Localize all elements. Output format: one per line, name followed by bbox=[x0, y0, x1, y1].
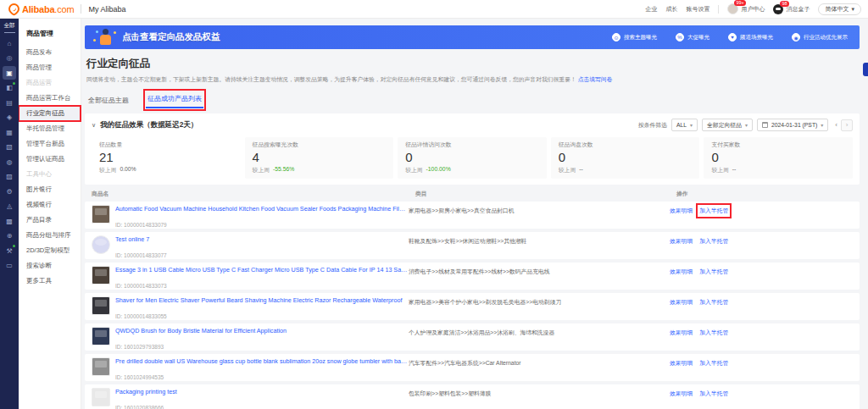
effect-detail-link[interactable]: 效果明细 bbox=[670, 268, 693, 276]
sidebar-item[interactable]: 商品运营 bbox=[19, 75, 81, 91]
topnav-item[interactable]: 账号设置 bbox=[686, 5, 709, 14]
feedback-floating-widget[interactable] bbox=[863, 63, 868, 76]
language-selector[interactable]: 简体中文 ▾ bbox=[818, 3, 861, 15]
banner-benefit-link[interactable]: ♥ 频道场景曝光 bbox=[728, 33, 773, 41]
change-value: -- bbox=[579, 166, 583, 174]
change-value: -- bbox=[732, 166, 737, 174]
rail-icon[interactable]: ▧ bbox=[3, 141, 16, 154]
rail-icon[interactable]: ▭ bbox=[3, 259, 16, 273]
stats-row: 征品数量 21 较上周 0.00% 征品搜索曝光次数 4 较上周 -55.56% bbox=[92, 137, 853, 179]
survey-link[interactable]: 点击填写问卷 bbox=[578, 76, 613, 82]
rail-icon[interactable]: ▨ bbox=[3, 170, 16, 184]
product-thumbnail[interactable] bbox=[92, 327, 110, 345]
product-id: ID: 10000014833055 bbox=[115, 313, 167, 319]
sidebar-item[interactable]: 商品管理 bbox=[19, 25, 81, 41]
sidebar-item[interactable]: 商品分组与排序 bbox=[19, 228, 81, 243]
product-thumbnail[interactable] bbox=[92, 388, 110, 406]
rail-icon[interactable]: ◎ bbox=[3, 52, 16, 65]
join-semi-managed-link[interactable]: 加入半托管 bbox=[699, 390, 728, 398]
benefit-icon: ⊙ bbox=[612, 33, 620, 41]
sidebar-item[interactable]: 工具中心 bbox=[19, 167, 81, 182]
status-filter-select[interactable]: ALL ▾ bbox=[671, 119, 698, 131]
product-title-link[interactable]: Test online 7 bbox=[115, 235, 167, 243]
product-thumbnail[interactable] bbox=[92, 357, 110, 376]
sidebar-item[interactable]: 图片银行 bbox=[19, 182, 81, 197]
rail-icon[interactable]: ▩ bbox=[3, 214, 16, 228]
sidebar-item[interactable]: 视频银行 bbox=[19, 197, 81, 213]
product-title-link[interactable]: Shaver for Men Electric Shaver Powerful … bbox=[115, 296, 403, 304]
banner-benefit-link[interactable]: % 大促曝光 bbox=[676, 33, 709, 41]
product-title-link[interactable]: QWDQD Brush for Body Bristle Material fo… bbox=[115, 327, 287, 334]
product-thumbnail[interactable] bbox=[92, 296, 110, 315]
banner-benefit-link[interactable]: ◉ 行业活动优先展示 bbox=[792, 33, 848, 41]
rail-icon[interactable]: ▦ bbox=[3, 125, 16, 139]
rail-icon[interactable]: ⚒ bbox=[3, 244, 16, 257]
table-row: QWDQD Brush for Body Bristle Material fo… bbox=[85, 323, 860, 351]
effect-detail-link[interactable]: 效果明细 bbox=[670, 237, 693, 246]
my-alibaba-link[interactable]: My Alibaba bbox=[88, 5, 125, 14]
topnav-item[interactable]: 企业 bbox=[645, 5, 657, 14]
join-semi-managed-link[interactable]: 加入半托管 bbox=[699, 237, 728, 246]
effect-detail-link[interactable]: 效果明细 bbox=[670, 390, 693, 398]
sidebar-item[interactable]: 2D/3D定制模型 bbox=[19, 243, 81, 258]
sidebar-item[interactable]: 商品管理 bbox=[19, 60, 81, 75]
topnav-item[interactable]: 成长 bbox=[665, 5, 677, 14]
sidebar-item[interactable]: 半托管品管理 bbox=[19, 121, 81, 136]
sidebar-item[interactable]: 管理平台新品 bbox=[19, 136, 81, 152]
table-row: Automatic Food Vacuum Machine Household … bbox=[85, 202, 860, 229]
sidebar-item[interactable]: 商品发布 bbox=[19, 45, 81, 60]
promo-banner[interactable]: 点击查看定向品发品权益 ⊙ 搜索主题曝光 % 大促曝光 ♥ 频道场景曝光 ◉ 行… bbox=[85, 25, 860, 49]
join-semi-managed-link[interactable]: 加入半托管 bbox=[699, 359, 728, 368]
product-title-link[interactable]: Packaging printing test bbox=[115, 388, 177, 395]
prev-page-arrow[interactable]: ‹ bbox=[835, 121, 837, 129]
change-value: -100.00% bbox=[426, 166, 451, 174]
rail-icon[interactable]: ◬ bbox=[3, 200, 16, 213]
sidebar-item[interactable]: 行业定向征品 bbox=[19, 106, 81, 121]
join-semi-managed-link[interactable]: 加入半托管 bbox=[699, 207, 728, 215]
product-thumbnail[interactable] bbox=[92, 266, 110, 285]
product-title-link[interactable]: Essage 3 in 1 USB Cable Micro USB Type C… bbox=[115, 266, 409, 274]
rail-icon[interactable]: ⌂ bbox=[3, 36, 16, 50]
user-center-button[interactable]: 99+ 用户中心 bbox=[727, 3, 765, 14]
tab[interactable]: 全部征品主题 bbox=[86, 93, 131, 108]
topbar-separator bbox=[718, 5, 719, 14]
product-thumbnail[interactable] bbox=[92, 235, 110, 254]
join-semi-managed-link[interactable]: 加入半托管 bbox=[699, 329, 728, 337]
rail-icon[interactable]: ◧ bbox=[3, 81, 16, 95]
product-id: ID: 10000014833073 bbox=[115, 283, 167, 289]
chevron-down-icon: ▾ bbox=[851, 6, 854, 13]
rail-icon[interactable]: ⚙ bbox=[3, 185, 16, 198]
message-box-button[interactable]: 98 消息盒子 bbox=[773, 4, 810, 14]
sidebar-item[interactable]: 商品运营工作台 bbox=[19, 91, 81, 106]
tab[interactable]: 征品成功产品列表 bbox=[146, 91, 203, 108]
rail-icon[interactable]: ⊕ bbox=[3, 229, 16, 243]
sidebar-item[interactable]: 更多工具 bbox=[19, 274, 81, 289]
collapse-icon[interactable]: ∨ bbox=[92, 122, 96, 129]
product-thumbnail[interactable] bbox=[92, 205, 110, 224]
join-semi-managed-link[interactable]: 加入半托管 bbox=[699, 298, 728, 307]
sidebar-item[interactable]: 管理认证商品 bbox=[19, 152, 81, 167]
effect-detail-link[interactable]: 效果明细 bbox=[670, 298, 693, 307]
join-semi-managed-link[interactable]: 加入半托管 bbox=[699, 268, 728, 276]
rail-all-button[interactable]: 全部 bbox=[4, 22, 15, 33]
sidebar-item[interactable]: 产品目录 bbox=[19, 213, 81, 228]
date-picker[interactable]: 2024-01-31 (PST) ▾ bbox=[757, 119, 828, 131]
effect-detail-link[interactable]: 效果明细 bbox=[670, 359, 693, 368]
alibaba-logo[interactable]: Alibaba.com bbox=[8, 3, 74, 14]
next-page-arrow[interactable]: › bbox=[841, 119, 853, 131]
rail-icon[interactable]: ◍ bbox=[3, 155, 16, 169]
product-category: 消费电子>>线材及常用零配件>>线材>>数码产品充电线 bbox=[409, 263, 670, 290]
product-category: 包装印刷>>塑料包装>>塑料薄膜 bbox=[409, 384, 670, 409]
product-title-link[interactable]: Pre drilled double wall US Warehouse gla… bbox=[115, 357, 409, 365]
product-title-link[interactable]: Automatic Food Vacuum Machine Household … bbox=[115, 205, 409, 213]
sidebar-item[interactable]: 搜索诊断 bbox=[19, 258, 81, 274]
date-pager: ‹ › bbox=[835, 119, 853, 131]
banner-benefit-link[interactable]: ⊙ 搜索主题曝光 bbox=[612, 33, 657, 41]
scope-filter-select[interactable]: 全部定向征品 ▾ bbox=[702, 119, 753, 131]
effect-detail-link[interactable]: 效果明细 bbox=[670, 207, 693, 215]
product-category: 个人护理及家庭清洁>>沐浴用品>>沐浴刷、海绵和洗澡器 bbox=[409, 323, 670, 351]
effect-detail-link[interactable]: 效果明细 bbox=[670, 329, 693, 337]
rail-icon[interactable]: ▣ bbox=[3, 66, 16, 80]
rail-icon[interactable]: ▤ bbox=[3, 96, 16, 109]
rail-icon[interactable]: ◈ bbox=[3, 111, 16, 124]
